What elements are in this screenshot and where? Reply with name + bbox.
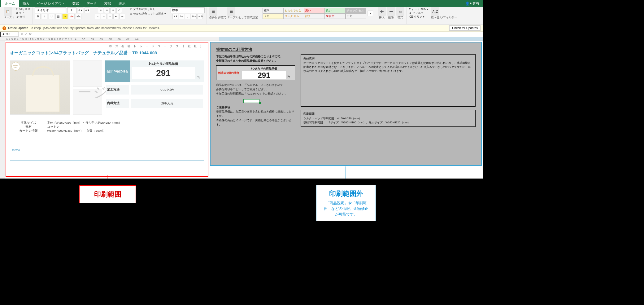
style-link[interactable]: リンク セル bbox=[283, 13, 304, 19]
increase-font-button[interactable]: A▲ bbox=[78, 7, 83, 13]
format-table-button[interactable]: ▦テーブルとして書式設定 bbox=[227, 7, 258, 19]
fill-button[interactable]: ⬇ フィル ▾ bbox=[409, 11, 429, 15]
row-headers[interactable] bbox=[0, 41, 5, 179]
annotation-area: 印刷範囲 印刷範囲外 「商品説明」や「印刷範囲」などの情報、金額修正が可能です。 bbox=[0, 179, 483, 241]
percent-button[interactable]: % bbox=[179, 14, 184, 19]
format-table-icon: ▦ bbox=[227, 7, 235, 16]
notice-title: Office Update bbox=[8, 26, 28, 30]
ribbon-tabs: ホーム 挿入 ページ レイアウト 数式 データ 校閲 表示 👤+ 共有 bbox=[0, 0, 483, 7]
column-headers[interactable]: A B C D E F G H I J K L M N O P Q R S T … bbox=[0, 37, 483, 41]
delete-cell-button[interactable]: ➖削除 bbox=[387, 7, 395, 19]
style-warn[interactable]: 警告文 bbox=[325, 13, 346, 19]
font-name-combo[interactable] bbox=[35, 7, 66, 13]
align-top[interactable]: ≡ bbox=[98, 7, 103, 13]
indent-dec[interactable]: ⇤ bbox=[113, 14, 119, 19]
style-check[interactable]: チェック セル bbox=[346, 8, 366, 13]
meta-v3: W580×H200×D460（mm） 入数：300点 bbox=[47, 129, 204, 133]
dec-decimal[interactable]: →.0 bbox=[197, 14, 203, 19]
merge-center-button[interactable]: ⊞ セルを結合して中央揃え ▾ bbox=[130, 12, 166, 15]
font-color-button[interactable]: A▾ bbox=[69, 14, 75, 19]
copy-button[interactable]: ⧉ コピー bbox=[16, 11, 30, 15]
paste-label: ペースト bbox=[4, 16, 15, 19]
price-card: 合計100個の場合 1つあたりの商品単価 291 円 bbox=[105, 60, 204, 82]
tab-home[interactable]: ホーム bbox=[1, 0, 19, 7]
organic-badge-icon: organiccotton bbox=[11, 62, 20, 71]
clear-button[interactable]: ⌫ クリア ▾ bbox=[409, 15, 429, 19]
cond-format-button[interactable]: ▦条件付き書式 bbox=[209, 7, 226, 19]
guide-desc-hd: 商品説明 bbox=[303, 56, 473, 60]
number-format-combo[interactable] bbox=[171, 7, 205, 13]
share-button[interactable]: 👤+ 共有 bbox=[462, 0, 483, 7]
indent-inc[interactable]: ⇥ bbox=[120, 14, 125, 19]
style-calc[interactable]: 計算 bbox=[304, 13, 325, 19]
wrap-text-button[interactable]: ↩ 文字列の折り返し bbox=[130, 7, 155, 11]
style-good[interactable]: 良い bbox=[325, 8, 346, 13]
tab-insert[interactable]: 挿入 bbox=[19, 0, 33, 7]
group-editing: Σ オート SUM ▾ ⬇ フィル ▾ ⌫ クリア ▾ A↓Z並べ替え/フィルタ… bbox=[407, 7, 459, 24]
align-left[interactable]: ≡ bbox=[95, 14, 100, 19]
spec2-val: OPP入れ bbox=[130, 98, 204, 109]
insert-icon: ➕ bbox=[378, 7, 386, 16]
align-middle[interactable]: ≡ bbox=[104, 7, 110, 13]
style-neutral[interactable]: どちらでもない bbox=[283, 8, 304, 13]
phonetic-button[interactable]: abc bbox=[76, 14, 81, 19]
delete-icon: ➖ bbox=[387, 7, 395, 16]
format-cell-button[interactable]: ▭書式 bbox=[396, 7, 404, 19]
guide-title: 提案書のご利用方法 bbox=[216, 47, 476, 54]
underline-button[interactable]: U bbox=[49, 14, 54, 19]
formula-input[interactable] bbox=[37, 32, 483, 37]
bag-illustration bbox=[26, 75, 60, 112]
tab-data[interactable]: データ bbox=[83, 0, 101, 7]
tab-layout[interactable]: ページ レイアウト bbox=[33, 0, 69, 7]
guide-area-frame: 提案書のご利用方法 下記の商品単価は弊社からの卸価格になりますので、 金額修正の… bbox=[210, 42, 482, 166]
callout-print-area: 印刷範囲 bbox=[79, 185, 136, 203]
enter-fx-icon[interactable]: ✓ bbox=[25, 33, 27, 36]
active-cell-indicator[interactable] bbox=[243, 99, 259, 103]
border-button[interactable]: ▦ bbox=[55, 14, 61, 19]
check-updates-button[interactable]: Check for Updates bbox=[449, 25, 481, 31]
style-memo[interactable]: メモ bbox=[263, 13, 283, 19]
formula-bar: × ✓ fx bbox=[0, 32, 483, 37]
guide-line2: 金額修正のうえ左側の商品単価に反映ください。 bbox=[216, 59, 277, 62]
warning-icon: ! bbox=[2, 26, 6, 30]
guide-exp2: 必要な内容をコピーしてご利用ください。 bbox=[216, 87, 295, 91]
tab-view[interactable]: 表示 bbox=[115, 0, 129, 7]
inc-decimal[interactable]: .0→ bbox=[191, 14, 197, 19]
align-center[interactable]: ≡ bbox=[101, 14, 107, 19]
italic-button[interactable]: I bbox=[42, 14, 47, 19]
memo-box[interactable]: memo bbox=[10, 147, 204, 161]
name-box[interactable] bbox=[0, 32, 19, 37]
autosum-button[interactable]: Σ オート SUM ▾ bbox=[409, 8, 429, 11]
sort-filter-button[interactable]: A↓Z並べ替え/フィルター bbox=[431, 7, 457, 19]
cut-button[interactable]: ✂ 切り取り bbox=[16, 7, 30, 11]
bold-button[interactable]: B bbox=[35, 14, 41, 19]
fx-icon[interactable]: fx bbox=[29, 33, 32, 36]
paste-button[interactable]: 📋 ペースト bbox=[4, 7, 15, 19]
style-normal[interactable]: 標準 bbox=[263, 8, 283, 13]
style-output[interactable]: 出力 bbox=[346, 13, 366, 19]
comma-button[interactable]: , bbox=[185, 14, 190, 19]
group-cells: ➕挿入 ➖削除 ▭書式 bbox=[376, 7, 407, 24]
align-bottom[interactable]: ≡ bbox=[110, 7, 116, 13]
align-right[interactable]: ≡ bbox=[107, 14, 113, 19]
cancel-fx-icon[interactable]: × bbox=[21, 33, 23, 36]
group-font: A▲ A▼ B I U ▦ ▾ A▾ abc bbox=[33, 7, 92, 24]
style-bad[interactable]: 悪い bbox=[304, 8, 325, 13]
tab-review[interactable]: 校閲 bbox=[101, 0, 115, 7]
guide-exp3: 各加工毎の印刷範囲は「AG23セル」をご確認ください。 bbox=[216, 91, 295, 96]
group-tables: ▦条件付き書式 ▦テーブルとして書式設定 bbox=[207, 7, 260, 24]
guide-unit-label: 1つあたりの商品単価 bbox=[242, 66, 286, 71]
worksheet[interactable]: 株 式 会 社 ト レ ー ド ワ ー ク ス 【 社 版 】 オーガニックコッ… bbox=[0, 41, 483, 179]
tab-formulas[interactable]: 数式 bbox=[69, 0, 83, 7]
fill-color-button[interactable]: ▾ bbox=[62, 14, 68, 19]
font-size-combo[interactable] bbox=[67, 7, 76, 13]
sort-icon: A↓Z bbox=[431, 7, 439, 16]
product-photo-main: organiccotton bbox=[10, 60, 70, 115]
insert-cell-button[interactable]: ➕挿入 bbox=[378, 7, 386, 19]
guide-desc-box: 商品説明 オーガニックコットンを使用したフラットタイプのバッグです。オーガニック… bbox=[301, 54, 476, 107]
orientation[interactable]: ⤢ bbox=[116, 7, 122, 13]
styles-more[interactable]: ▾ bbox=[368, 11, 373, 16]
format-painter-button[interactable]: 🖌 書式 bbox=[16, 15, 30, 19]
decrease-font-button[interactable]: A▼ bbox=[85, 7, 90, 13]
currency-button[interactable]: ￥▾ bbox=[172, 14, 178, 19]
